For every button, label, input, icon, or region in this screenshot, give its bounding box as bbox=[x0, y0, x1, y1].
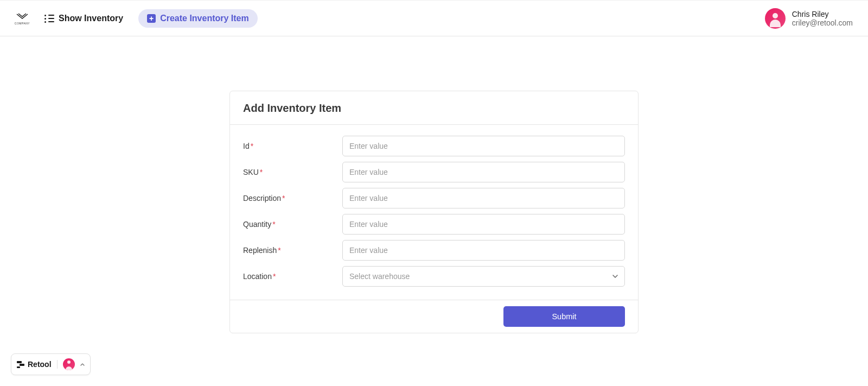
company-logo[interactable]: COMPANY bbox=[15, 11, 29, 26]
quantity-field[interactable] bbox=[342, 214, 625, 235]
svg-rect-0 bbox=[17, 361, 22, 363]
mini-avatar bbox=[63, 358, 75, 370]
retool-brand: Retool bbox=[17, 360, 58, 369]
form-row-replenish: Replenish* bbox=[243, 240, 625, 261]
id-field[interactable] bbox=[342, 136, 625, 156]
replenish-field[interactable] bbox=[342, 240, 625, 261]
form-row-sku: SKU* bbox=[243, 162, 625, 182]
id-label: Id* bbox=[243, 142, 342, 150]
chevron-up-icon bbox=[80, 363, 85, 366]
description-field[interactable] bbox=[342, 188, 625, 208]
header-left: COMPANY Show Inventory + Create Inventor… bbox=[15, 9, 258, 28]
replenish-label: Replenish* bbox=[243, 246, 342, 255]
form-row-description: Description* bbox=[243, 188, 625, 208]
form-title: Add Inventory Item bbox=[243, 102, 625, 115]
location-placeholder: Select warehouse bbox=[349, 272, 410, 281]
sku-field[interactable] bbox=[342, 162, 625, 182]
logo-text: COMPANY bbox=[15, 22, 30, 25]
retool-icon bbox=[17, 360, 24, 368]
form-row-quantity: Quantity* bbox=[243, 214, 625, 235]
description-label: Description* bbox=[243, 194, 342, 203]
submit-button[interactable]: Submit bbox=[503, 306, 625, 327]
create-inventory-item-button[interactable]: + Create Inventory Item bbox=[138, 9, 258, 28]
location-select[interactable]: Select warehouse bbox=[342, 266, 625, 287]
form-body: Id* SKU* Description* bbox=[230, 125, 638, 300]
chevron-down-icon bbox=[612, 275, 618, 278]
svg-rect-2 bbox=[17, 366, 20, 368]
form-row-location: Location* Select warehouse bbox=[243, 266, 625, 287]
card-footer: Submit bbox=[230, 300, 638, 333]
main-content: Add Inventory Item Id* SKU* bbox=[0, 36, 868, 333]
svg-rect-1 bbox=[20, 364, 24, 366]
header-right[interactable]: Chris Riley criley@retool.com bbox=[765, 8, 853, 29]
sku-label: SKU* bbox=[243, 168, 342, 176]
show-inventory-label: Show Inventory bbox=[59, 14, 123, 23]
create-item-label: Create Inventory Item bbox=[160, 14, 249, 23]
list-icon bbox=[44, 15, 54, 22]
logo-icon bbox=[16, 12, 28, 21]
card-header: Add Inventory Item bbox=[230, 91, 638, 125]
user-info: Chris Riley criley@retool.com bbox=[792, 10, 853, 27]
user-email: criley@retool.com bbox=[792, 18, 853, 27]
user-name: Chris Riley bbox=[792, 10, 853, 18]
plus-icon: + bbox=[147, 14, 156, 23]
retool-label: Retool bbox=[28, 360, 52, 369]
location-label: Location* bbox=[243, 272, 342, 281]
app-header: COMPANY Show Inventory + Create Inventor… bbox=[0, 0, 868, 36]
avatar bbox=[765, 8, 786, 29]
quantity-label: Quantity* bbox=[243, 220, 342, 229]
form-row-id: Id* bbox=[243, 136, 625, 156]
add-inventory-card: Add Inventory Item Id* SKU* bbox=[229, 91, 639, 333]
retool-widget[interactable]: Retool bbox=[11, 353, 91, 375]
show-inventory-nav[interactable]: Show Inventory bbox=[44, 14, 123, 23]
